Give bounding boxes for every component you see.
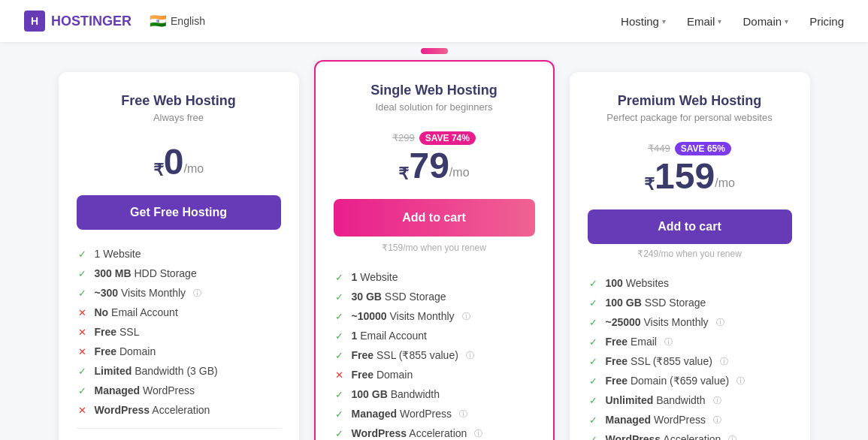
feature-item: ✓ 1 Email Account — [334, 330, 535, 342]
feature-item: ✓ Free Domain (₹659 value)ⓘ — [588, 375, 792, 387]
check-icon: ✓ — [334, 408, 346, 420]
original-price: ₹449 — [648, 143, 670, 154]
plan-title: Single Web Hosting — [334, 83, 535, 98]
check-icon: ✓ — [77, 366, 89, 377]
cross-icon: ✕ — [77, 327, 89, 338]
plan-card-free: Free Web HostingAlways free ₹ 0 /mo Get … — [59, 72, 299, 440]
nav-pricing[interactable]: Pricing — [809, 15, 844, 28]
info-icon[interactable]: ⓘ — [713, 395, 721, 406]
info-icon[interactable]: ⓘ — [728, 434, 736, 441]
features-list: ✓ 1 Website ✓ 300 MB HDD Storage ✓ ~300 … — [77, 248, 281, 416]
chevron-down-icon: ▾ — [718, 17, 721, 26]
info-icon[interactable]: ⓘ — [459, 408, 467, 420]
price-symbol: ₹ — [153, 161, 164, 180]
feature-text: 1 Email Account — [352, 330, 427, 342]
plan-card-premium: Premium Web HostingPerfect package for p… — [570, 72, 810, 440]
feature-text: Limited Bandwidth (3 GB) — [95, 365, 218, 377]
price-area: ₹ 0 /mo — [77, 141, 281, 180]
nav-domain-label: Domain — [742, 15, 782, 28]
get-free-hosting-button[interactable]: Get Free Hosting — [77, 195, 281, 230]
price-main: ₹ 0 /mo — [77, 144, 281, 180]
chevron-down-icon: ▾ — [662, 17, 666, 26]
feature-text: 100 GB SSD Storage — [606, 297, 706, 309]
feature-text: Free Email — [606, 336, 657, 348]
info-icon[interactable]: ⓘ — [193, 288, 201, 299]
feature-text: ~300 Visits Monthly — [95, 287, 186, 299]
info-icon[interactable]: ⓘ — [462, 311, 470, 322]
brand-logo[interactable]: H HOSTINGER — [24, 11, 132, 32]
feature-item: ✕ Free Domain — [334, 369, 535, 381]
feature-text: 1 Website — [95, 248, 141, 260]
feature-item: ✓ Managed WordPressⓘ — [334, 408, 535, 420]
check-icon: ✓ — [334, 330, 346, 342]
check-icon: ✓ — [77, 288, 89, 299]
feature-text: ~25000 Visits Monthly — [606, 316, 709, 328]
info-icon[interactable]: ⓘ — [720, 356, 728, 367]
info-icon[interactable]: ⓘ — [716, 317, 724, 328]
feature-text: 30 GB SSD Storage — [352, 291, 446, 303]
feature-item: ✓ WordPress Accelerationⓘ — [588, 433, 792, 440]
original-price: ₹299 — [392, 132, 415, 143]
check-icon: ✓ — [588, 356, 600, 367]
feature-text: Free Domain (₹659 value) — [606, 375, 730, 387]
nav-email[interactable]: Email ▾ — [687, 15, 722, 28]
price-symbol: ₹ — [398, 164, 409, 184]
navbar: H HOSTINGER 🇮🇳 English Hosting ▾ Email ▾… — [0, 0, 868, 42]
feature-text: WordPress Acceleration — [95, 404, 210, 416]
plan-subtitle: Always free — [77, 112, 281, 123]
nav-domain[interactable]: Domain ▾ — [742, 15, 788, 28]
feature-item: ✓ WordPress Accelerationⓘ — [334, 427, 535, 439]
flag-icon: 🇮🇳 — [150, 13, 166, 29]
feature-item: ✓ Unlimited Bandwidthⓘ — [588, 394, 792, 406]
feature-text: Free Domain — [95, 345, 156, 357]
language-selector[interactable]: 🇮🇳 English — [150, 13, 205, 29]
feature-item: ✕ WordPress Acceleration — [77, 404, 281, 416]
price-value: 0 — [164, 144, 184, 180]
feature-item: ✓ 100 GB Bandwidth — [334, 388, 535, 400]
feature-item: ✓ 300 MB HDD Storage — [77, 267, 281, 279]
feature-item: ✕ Free SSL — [77, 326, 281, 338]
add-to-cart-button[interactable]: Add to cart — [588, 209, 792, 244]
info-icon[interactable]: ⓘ — [466, 350, 474, 361]
feature-text: Managed WordPress — [95, 384, 195, 396]
check-icon: ✓ — [334, 389, 346, 400]
feature-text: 100 Websites — [606, 277, 670, 289]
info-icon[interactable]: ⓘ — [474, 428, 482, 439]
feature-text: ~10000 Visits Monthly — [352, 310, 455, 322]
nav-hosting-label: Hosting — [621, 15, 659, 28]
save-badge: SAVE 74% — [419, 131, 476, 145]
feature-item: ✓ 1 Website — [334, 271, 535, 283]
check-icon: ✓ — [77, 249, 89, 260]
check-icon: ✓ — [588, 317, 600, 328]
price-main: ₹ 159 /mo — [588, 158, 792, 194]
plan-subtitle: Ideal solution for beginners — [334, 101, 535, 113]
cross-icon: ✕ — [77, 346, 89, 357]
check-icon: ✓ — [77, 385, 89, 396]
info-icon[interactable]: ⓘ — [713, 414, 721, 426]
nav-pricing-label: Pricing — [809, 15, 844, 28]
feature-text: Managed WordPress — [352, 408, 452, 420]
cross-icon: ✕ — [77, 405, 89, 416]
brand-name: HOSTINGER — [51, 14, 132, 29]
plan-title: Premium Web Hosting — [588, 93, 792, 109]
info-icon[interactable]: ⓘ — [664, 336, 673, 348]
feature-text: 1 Website — [352, 271, 398, 283]
feature-item: ✓ Managed WordPress — [77, 384, 281, 396]
feature-text: WordPress Acceleration — [352, 427, 467, 439]
chevron-down-icon: ▾ — [785, 17, 788, 26]
plan-title: Free Web Hosting — [77, 93, 281, 109]
add-to-cart-button[interactable]: Add to cart — [334, 199, 535, 237]
language-label: English — [171, 15, 205, 27]
feature-text: Free SSL (₹855 value) — [352, 349, 458, 361]
feature-item: ✓ 100 Websites — [588, 277, 792, 289]
check-icon: ✓ — [588, 414, 600, 426]
info-icon[interactable]: ⓘ — [736, 375, 745, 387]
nav-hosting[interactable]: Hosting ▾ — [621, 15, 666, 28]
feature-text: 100 GB Bandwidth — [352, 388, 440, 400]
plan-card-single: Single Web HostingIdeal solution for beg… — [314, 60, 555, 440]
check-icon: ✓ — [334, 428, 346, 439]
featured-tag — [421, 48, 448, 54]
logo-icon: H — [24, 11, 45, 32]
check-icon: ✓ — [334, 350, 346, 361]
feature-item: ✕ Free Domain — [77, 345, 281, 357]
